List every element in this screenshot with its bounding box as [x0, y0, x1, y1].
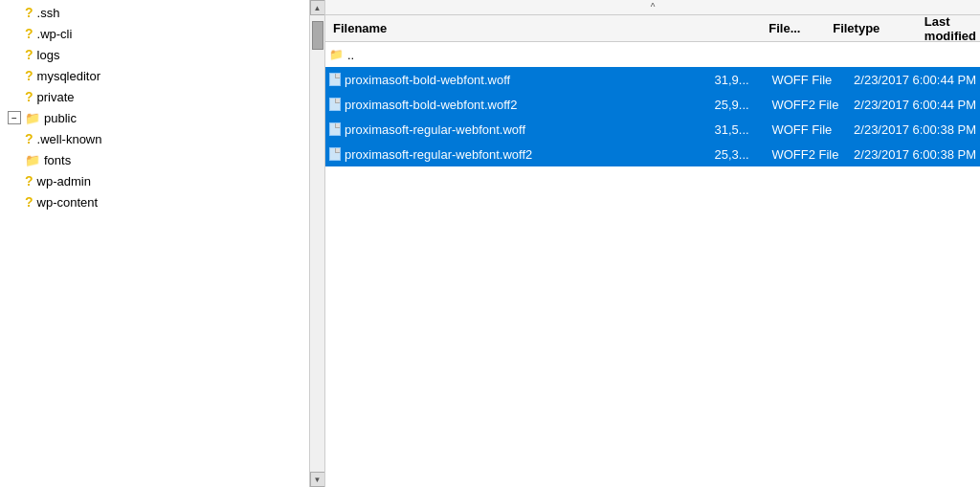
- file-icon: [329, 122, 341, 136]
- tree-label-public: public: [44, 111, 77, 125]
- tree-item-logs[interactable]: ?logs: [0, 44, 309, 65]
- tree-item-public[interactable]: −📁public: [0, 107, 309, 128]
- tree-label-logs: logs: [37, 48, 60, 62]
- tree-label-wp-cli: .wp-cli: [37, 27, 73, 41]
- file-cell-type: WOFF File: [771, 122, 854, 137]
- tree-item-mysqleditor[interactable]: ?mysqleditor: [0, 65, 309, 86]
- file-list: 📁..proximasoft-bold-webfont.woff31,9...W…: [325, 42, 980, 487]
- question-icon: ?: [25, 68, 33, 83]
- scroll-up-btn[interactable]: ▲: [310, 0, 325, 15]
- collapse-bar[interactable]: ^: [325, 0, 980, 15]
- file-cell-size: 31,9...: [714, 73, 771, 87]
- file-icon: [329, 98, 341, 111]
- question-icon: ?: [25, 173, 33, 188]
- file-cell-name: 📁..: [329, 48, 779, 62]
- tree-scroll-container: ?.ssh?.wp-cli?logs?mysqleditor?private−📁…: [0, 0, 324, 487]
- file-cell-type: WOFF File: [771, 73, 854, 87]
- file-row[interactable]: proximasoft-bold-webfont.woff31,9...WOFF…: [325, 67, 980, 92]
- tree-item-well-known[interactable]: ?.well-known: [0, 128, 309, 149]
- tree-label-fonts: fonts: [44, 153, 71, 167]
- file-row[interactable]: proximasoft-regular-webfont.woff225,3...…: [325, 142, 980, 166]
- scroll-down-btn[interactable]: ▼: [310, 472, 325, 487]
- file-cell-size: 25,9...: [714, 98, 771, 112]
- file-cell-date: 2/23/2017 6:00:38 PM: [854, 122, 976, 137]
- file-cell-date: 2/23/2017 6:00:44 PM: [854, 73, 976, 87]
- scroll-thumb[interactable]: [312, 21, 323, 50]
- tree-label-well-known: .well-known: [37, 132, 102, 146]
- header-filetype[interactable]: Filetype: [833, 21, 924, 35]
- scroll-track: [310, 15, 324, 472]
- question-icon: ?: [25, 131, 33, 146]
- file-cell-date: 2/23/2017 6:00:38 PM: [854, 147, 976, 162]
- header-filename[interactable]: Filename: [329, 21, 768, 35]
- file-cell-name: proximasoft-regular-webfont.woff: [329, 122, 714, 137]
- question-icon: ?: [25, 89, 33, 104]
- file-panel: ^ Filename File... Filetype Last modifie…: [325, 0, 980, 487]
- tree-scrollbar[interactable]: ▲ ▼: [309, 0, 324, 487]
- tree-item-wp-content[interactable]: ?wp-content: [0, 191, 309, 212]
- question-icon: ?: [25, 26, 33, 41]
- folder-icon: 📁: [329, 48, 344, 61]
- tree-item-fonts[interactable]: 📁fonts: [0, 149, 309, 170]
- file-icon: [329, 147, 341, 161]
- file-cell-name: proximasoft-bold-webfont.woff2: [329, 98, 714, 112]
- question-icon: ?: [25, 5, 33, 20]
- tree-label-ssh: .ssh: [37, 6, 60, 20]
- tree-item-wp-cli[interactable]: ?.wp-cli: [0, 23, 309, 44]
- folder-icon: 📁: [25, 153, 40, 167]
- tree-label-wp-admin: wp-admin: [37, 174, 91, 188]
- file-row[interactable]: proximasoft-bold-webfont.woff225,9...WOF…: [325, 92, 980, 117]
- file-cell-size: 25,3...: [714, 147, 771, 162]
- tree-label-mysqleditor: mysqleditor: [37, 69, 100, 83]
- tree-label-private: private: [37, 90, 75, 104]
- tree-item-private[interactable]: ?private: [0, 86, 309, 107]
- file-row[interactable]: 📁..: [325, 42, 980, 67]
- collapse-icon[interactable]: −: [8, 111, 21, 124]
- tree-panel: ?.ssh?.wp-cli?logs?mysqleditor?private−📁…: [0, 0, 325, 487]
- tree-label-wp-content: wp-content: [37, 195, 99, 210]
- question-icon: ?: [25, 194, 33, 210]
- file-cell-type: WOFF2 File: [771, 147, 854, 162]
- file-cell-size: 31,5...: [714, 122, 771, 137]
- file-list-header: Filename File... Filetype Last modified: [325, 15, 980, 42]
- header-filesize[interactable]: File...: [768, 21, 833, 35]
- collapse-arrow: ^: [651, 2, 656, 12]
- file-cell-type: WOFF2 File: [771, 98, 854, 112]
- folder-icon: 📁: [25, 111, 40, 125]
- header-lastmodified[interactable]: Last modified: [924, 14, 976, 43]
- file-cell-name: proximasoft-regular-webfont.woff2: [329, 147, 714, 162]
- question-icon: ?: [25, 47, 33, 62]
- file-row[interactable]: proximasoft-regular-webfont.woff31,5...W…: [325, 117, 980, 142]
- tree-item-ssh[interactable]: ?.ssh: [0, 2, 309, 23]
- tree-item-wp-admin[interactable]: ?wp-admin: [0, 170, 309, 191]
- tree-content: ?.ssh?.wp-cli?logs?mysqleditor?private−📁…: [0, 0, 309, 487]
- file-cell-date: 2/23/2017 6:00:44 PM: [854, 98, 976, 112]
- file-icon: [329, 73, 341, 86]
- file-cell-name: proximasoft-bold-webfont.woff: [329, 73, 714, 87]
